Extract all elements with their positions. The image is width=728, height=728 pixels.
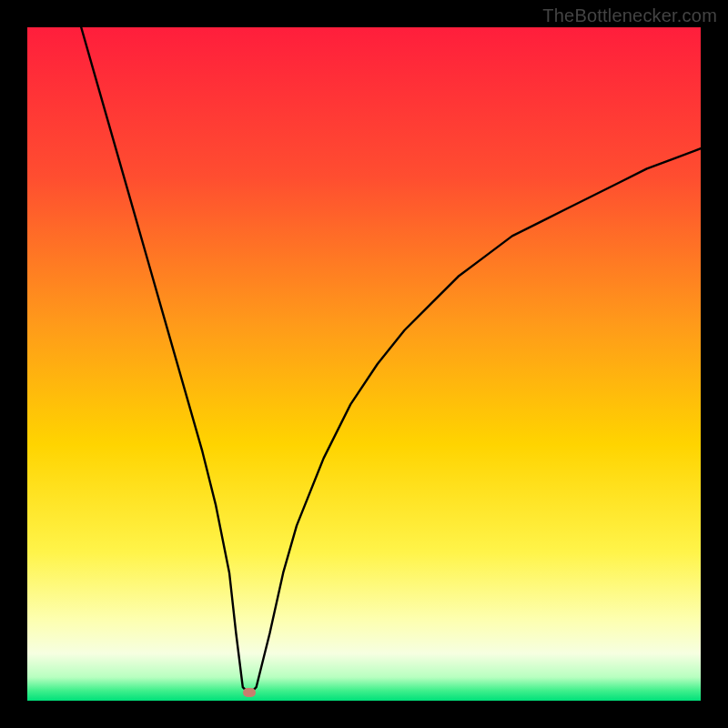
optimal-point-marker — [243, 688, 256, 697]
bottleneck-curve — [27, 27, 701, 701]
chart-frame: TheBottlenecker.com — [0, 0, 728, 728]
watermark-text: TheBottlenecker.com — [542, 5, 717, 26]
plot-area — [27, 27, 701, 701]
